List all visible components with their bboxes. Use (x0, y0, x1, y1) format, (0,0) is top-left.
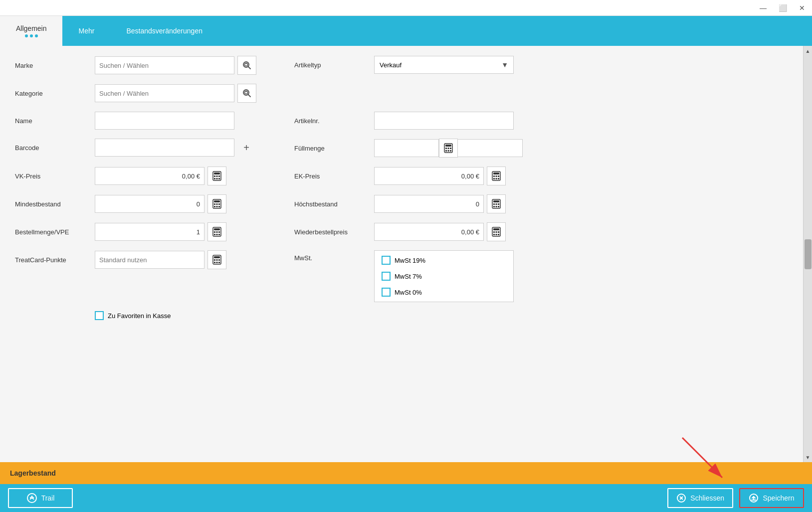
ek-preis-calc-button[interactable] (487, 167, 506, 185)
svg-rect-67 (214, 259, 215, 261)
trail-button[interactable]: Trail (8, 488, 73, 508)
svg-rect-48 (498, 206, 499, 207)
favoriten-checkbox[interactable] (95, 311, 104, 320)
bestellmenge-input[interactable] (95, 223, 204, 241)
svg-rect-11 (445, 148, 447, 149)
mindestbestand-calc-button[interactable] (207, 194, 226, 213)
svg-rect-12 (448, 148, 449, 149)
fuellmenge-calc-button[interactable] (439, 139, 458, 158)
favoriten-row[interactable]: Zu Favoriten in Kasse (95, 311, 788, 320)
tab-allgemein-label: Allgemein (16, 24, 46, 32)
fuellmenge-input1[interactable] (374, 139, 439, 157)
svg-rect-29 (498, 175, 499, 177)
kategorie-input[interactable] (95, 84, 234, 102)
treatcard-control (95, 250, 226, 269)
marke-control (95, 56, 256, 75)
kategorie-search-button[interactable] (237, 84, 256, 103)
svg-rect-10 (445, 145, 451, 147)
ek-preis-label: EK-Preis (294, 172, 374, 180)
svg-rect-24 (218, 178, 220, 179)
col-left-treatcard: TreatCard-Punkte (15, 250, 274, 269)
lagerbestand-bar[interactable]: Lagerbestand (0, 462, 812, 484)
svg-rect-28 (496, 175, 497, 177)
artikelnr-input[interactable] (374, 112, 514, 130)
restore-button[interactable]: ⬜ (776, 3, 790, 13)
scroll-down-button[interactable]: ▼ (804, 453, 812, 461)
fuellmenge-label: Füllmenge (294, 145, 374, 152)
titlebar: — ⬜ ✕ (0, 0, 812, 16)
tab-mehr[interactable]: Mehr (62, 16, 110, 46)
mwst-7-checkbox[interactable] (382, 272, 391, 281)
lagerbestand-label: Lagerbestand (10, 469, 56, 477)
col-left-kategorie: Kategorie (15, 84, 274, 103)
col-left-marke: Marke (15, 56, 274, 75)
mindestbestand-input[interactable] (95, 195, 204, 213)
svg-rect-37 (218, 203, 220, 205)
svg-rect-69 (218, 259, 220, 261)
svg-rect-56 (218, 234, 220, 235)
scrollbar[interactable]: ▲ ▼ (803, 46, 812, 462)
artikeltyp-dropdown[interactable]: Verkauf ▼ (374, 56, 514, 74)
svg-rect-26 (493, 172, 499, 174)
search-icon-2 (242, 88, 252, 98)
mwst-7-row[interactable]: MwSt 7% (382, 272, 506, 281)
barcode-add-button[interactable]: + (237, 139, 255, 157)
treatcard-calc-button[interactable] (207, 250, 226, 269)
col-right-hoechstbestand: Höchstbestand (294, 194, 788, 213)
mwst-19-checkbox[interactable] (382, 256, 391, 265)
barcode-control: + (95, 139, 255, 157)
minimize-button[interactable]: — (757, 3, 770, 13)
row-marke: Marke Artikeltyp (15, 56, 788, 75)
tab-dot-2 (30, 34, 33, 37)
col-right-mwst: MwSt. MwSt 19% MwSt 7% MwSt 0% (294, 250, 788, 302)
marke-input[interactable] (95, 56, 234, 74)
scroll-thumb[interactable] (805, 239, 812, 269)
ek-preis-input[interactable] (374, 167, 484, 185)
row-vkpreis: VK-Preis (15, 167, 788, 185)
hoechstbestand-input[interactable] (374, 195, 484, 213)
schliessen-button[interactable]: Schliessen (667, 488, 733, 508)
schliessen-label: Schliessen (690, 494, 724, 502)
svg-rect-60 (496, 231, 497, 233)
mwst-0-checkbox[interactable] (382, 288, 391, 297)
name-input[interactable] (95, 112, 234, 130)
kategorie-control (95, 84, 256, 103)
scroll-up-button[interactable]: ▲ (804, 47, 812, 55)
svg-rect-53 (218, 231, 220, 233)
vk-preis-input[interactable] (95, 167, 204, 185)
tab-allgemein[interactable]: Allgemein (0, 16, 62, 46)
wiederbestellpreis-input[interactable] (374, 223, 484, 241)
vk-preis-calc-button[interactable] (207, 167, 226, 185)
favoriten-label: Zu Favoriten in Kasse (108, 312, 171, 320)
calculator-icon-treat (212, 255, 221, 265)
tab-bestandsveraenderungen-label: Bestandsveränderungen (126, 27, 203, 35)
svg-line-1 (248, 67, 251, 69)
upload-icon (749, 493, 759, 503)
bottom-right-buttons: Schliessen Speichern (667, 488, 804, 508)
tab-bestandsveraenderungen[interactable]: Bestandsveränderungen (110, 16, 218, 46)
barcode-input[interactable] (95, 139, 234, 157)
bestellmenge-label: Bestellmenge/VPE (15, 228, 95, 236)
mwst-0-row[interactable]: MwSt 0% (382, 288, 506, 297)
hoechstbestand-calc-button[interactable] (487, 194, 506, 213)
col-left-mindestbestand: Mindestbestand (15, 194, 274, 213)
close-button[interactable]: ✕ (796, 3, 808, 13)
svg-rect-20 (216, 175, 218, 177)
treatcard-input[interactable] (95, 251, 204, 269)
svg-rect-55 (216, 234, 218, 235)
mwst-19-row[interactable]: MwSt 19% (382, 256, 506, 265)
speichern-button[interactable]: Speichern (739, 488, 804, 508)
bestellmenge-calc-button[interactable] (207, 222, 226, 241)
col-left-barcode: Barcode + (15, 139, 274, 157)
fuellmenge-input2[interactable] (458, 139, 523, 157)
svg-rect-43 (493, 203, 495, 205)
wiederbestellpreis-calc-button[interactable] (487, 222, 506, 241)
svg-rect-42 (493, 200, 499, 202)
chevron-down-icon: ▼ (501, 61, 508, 69)
mindestbestand-label: Mindestbestand (15, 200, 95, 208)
marke-search-button[interactable] (237, 56, 256, 75)
artikeltyp-value: Verkauf (380, 61, 402, 69)
artikeltyp-label: Artikeltyp (294, 61, 374, 69)
mindestbestand-control (95, 194, 226, 213)
col-right-artikeltyp: Artikeltyp Verkauf ▼ (294, 56, 788, 74)
